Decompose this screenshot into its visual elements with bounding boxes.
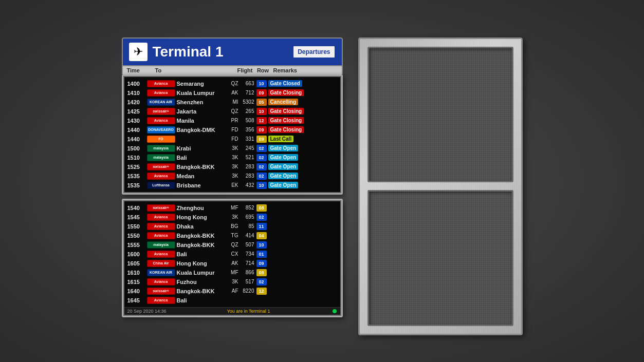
flight-code: FD [223, 136, 238, 142]
table-row: 1425swissair+JakartaQZ26510Gate Closing [127, 107, 337, 116]
table-row: 1605China AirHong KongAK71409 [127, 259, 337, 268]
gate-badge: 05 [256, 99, 267, 106]
gate-badge: 09 [256, 260, 267, 267]
airline-logo: Avianca [147, 214, 175, 221]
table-row: 1600AviancaBaliCX73401 [127, 250, 337, 259]
terminal-note: You are in Terminal 1 [227, 309, 270, 314]
flight-number: 521 [238, 155, 256, 160]
status-badge: Cancelling [268, 99, 299, 105]
table-row: 1550AviancaBangkok-BKKTG41404 [127, 231, 337, 240]
gate-badge: 02 [256, 154, 267, 161]
flight-number: 517 [238, 279, 256, 284]
table-row: 1545AviancaHong Kong3K69502 [127, 213, 337, 222]
board-header: ✈ Terminal 1 Departures [122, 37, 343, 66]
table-row: 1615AviancaFuzhou3K51702 [127, 277, 337, 287]
airline-logo: Avianca [147, 173, 175, 180]
status-badge: Last Call [268, 136, 294, 142]
table-row: 1420KOREAN AIRShenzhenMI530205Cancelling [127, 98, 337, 107]
bottom-info-bar: 20 Sep 2020 14:36 You are in Terminal 1 [124, 307, 340, 315]
table-row: 1535LufthansaBrisbaneEK43210Gate Open [127, 181, 337, 190]
flight-number: 283 [238, 173, 256, 179]
airline-logo: swissair+ [147, 204, 175, 212]
flight-destination: Bangkok-BKK [177, 242, 223, 248]
flight-time: 1545 [127, 214, 147, 220]
flight-code: 3K [223, 164, 238, 169]
table-row: 1550AviancaDhakaBG8511 [127, 222, 337, 231]
table-row: 1640swissair+Bangkok-BKKAF822012 [127, 287, 337, 296]
flight-destination: Krabi [177, 145, 223, 151]
flight-code: AK [223, 260, 238, 266]
panel-screen-bottom [367, 190, 513, 326]
airline-logo: malaysia [147, 241, 175, 249]
flight-number: 712 [238, 90, 256, 96]
flight-number: 507 [238, 242, 256, 247]
gate-badge: 09 [256, 126, 267, 134]
flight-destination: Jakarta [177, 108, 223, 115]
status-badge: Gate Closed [268, 80, 302, 87]
gate-badge: 02 [256, 145, 267, 152]
flight-time: 1540 [127, 205, 147, 211]
board-screen-bottom: 1540swissair+ZhenghouMF852081545AviancaH… [122, 199, 343, 317]
flight-destination: Medan [177, 173, 223, 179]
airline-logo: KOREAN AIR [147, 269, 175, 276]
gate-badge: 10 [256, 241, 267, 249]
gate-badge: 02 [256, 214, 267, 221]
flight-destination: Shenzhen [177, 99, 223, 105]
datetime-display: 20 Sep 2020 14:36 [127, 309, 167, 314]
col-header-time: Time [127, 67, 150, 73]
gate-badge: 01 [256, 251, 267, 258]
col-header-to: To [150, 67, 222, 73]
flight-destination: Kuala Lumpur [177, 90, 223, 96]
flight-code: AF [223, 288, 238, 294]
flight-code: 3K [223, 173, 238, 179]
flight-destination: Bangkok-BKK [177, 288, 223, 294]
status-badge: Gate Closing [268, 126, 304, 133]
flight-time: 1610 [127, 270, 147, 276]
flight-time: 1555 [127, 242, 147, 248]
airline-logo: Avianca [147, 232, 175, 239]
airline-logo: Avianca [147, 278, 175, 285]
departures-badge: Departures [292, 45, 335, 59]
table-row: 1555malaysiaBangkok-BKKQZ50710 [127, 240, 337, 250]
flight-number: 734 [238, 251, 256, 257]
board1-content: 1400AviancaSemarangQZ66310Gate Closed141… [124, 77, 340, 192]
gate-badge: 08 [256, 269, 267, 276]
flight-time: 1645 [127, 297, 147, 303]
flight-number: 85 [238, 223, 256, 229]
flight-code: MF [223, 270, 238, 275]
flight-code: CX [223, 251, 238, 257]
flight-time: 1420 [127, 99, 147, 105]
flight-time: 1640 [127, 288, 147, 294]
airline-logo: swissair+ [147, 108, 175, 115]
flight-code: BG [223, 223, 238, 229]
flight-number: 663 [238, 81, 256, 86]
airline-logo: FD [147, 136, 175, 143]
departure-board: ✈ Terminal 1 Departures Time To Flight R… [122, 37, 343, 317]
screen-frame-bottom: 1540swissair+ZhenghouMF852081545AviancaH… [123, 200, 341, 316]
flight-code: PR [223, 118, 238, 123]
flight-number: 414 [238, 233, 256, 238]
table-row: 1400AviancaSemarangQZ66310Gate Closed [127, 79, 337, 88]
col-header-flight: Flight [222, 67, 255, 73]
table-row: 1440DONAVEAEROBangkok-DMKFD35609Gate Clo… [127, 125, 337, 135]
flight-number: 432 [238, 182, 256, 188]
flight-time: 1535 [127, 173, 147, 179]
flight-number: 866 [238, 270, 256, 275]
flight-code: FD [223, 127, 238, 132]
col-header-remarks: Remarks [271, 67, 338, 73]
table-row: 1540swissair+ZhenghouMF85208 [127, 203, 337, 213]
board-screen-top: 1400AviancaSemarangQZ66310Gate Closed141… [122, 74, 343, 195]
table-row: 1645AviancaBali [127, 296, 337, 305]
flight-destination: Bali [177, 155, 223, 161]
gate-badge: 12 [256, 117, 267, 124]
gate-badge: 04 [256, 232, 267, 239]
right-panel [358, 37, 523, 335]
flight-code: 3K [223, 279, 238, 284]
airline-logo: Avianca [147, 297, 175, 304]
flight-destination: Zhenghou [177, 205, 223, 211]
airline-logo: malaysia [147, 145, 175, 152]
status-badge: Gate Open [268, 182, 299, 188]
flight-code: MI [223, 99, 238, 105]
plane-icon: ✈ [129, 43, 148, 61]
board2-content: 1540swissair+ZhenghouMF852081545AviancaH… [124, 201, 340, 307]
